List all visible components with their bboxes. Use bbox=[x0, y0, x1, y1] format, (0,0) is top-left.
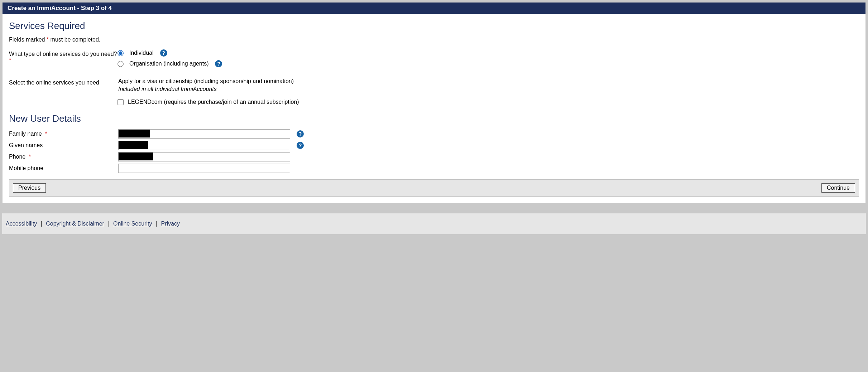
given-names-label: Given names bbox=[9, 142, 118, 149]
previous-button[interactable]: Previous bbox=[13, 183, 46, 193]
legendcom-label: LEGENDcom (requires the purchase/join of… bbox=[128, 99, 299, 105]
mobile-phone-label: Mobile phone bbox=[9, 165, 118, 171]
phone-label: Phone * bbox=[9, 154, 118, 160]
help-icon[interactable]: ? bbox=[160, 49, 167, 57]
continue-button[interactable]: Continue bbox=[821, 183, 855, 193]
visa-service-note: Included in all Individual ImmiAccounts bbox=[118, 86, 859, 92]
footer-link-copyright[interactable]: Copyright & Disclaimer bbox=[46, 221, 104, 227]
button-bar: Previous Continue bbox=[9, 179, 859, 197]
redacted-block bbox=[119, 153, 153, 160]
form-panel: Create an ImmiAccount - Step 3 of 4 Serv… bbox=[2, 2, 866, 203]
footer-link-accessibility[interactable]: Accessibility bbox=[6, 221, 37, 227]
radio-individual-label: Individual bbox=[129, 50, 154, 56]
service-type-label: What type of online services do you need… bbox=[9, 49, 118, 64]
mobile-phone-field[interactable] bbox=[118, 164, 290, 173]
visa-service-text: Apply for a visa or citizenship (includi… bbox=[118, 78, 859, 84]
help-icon[interactable]: ? bbox=[297, 130, 304, 137]
footer-link-security[interactable]: Online Security bbox=[113, 221, 152, 227]
select-services-label: Select the online services you need bbox=[9, 78, 118, 86]
redacted-block bbox=[119, 130, 150, 137]
panel-title: Create an ImmiAccount - Step 3 of 4 bbox=[3, 3, 865, 14]
family-name-label: Family name * bbox=[9, 131, 118, 137]
services-heading: Services Required bbox=[9, 20, 859, 32]
help-icon[interactable]: ? bbox=[297, 142, 304, 149]
required-hint: Fields marked * must be completed. bbox=[9, 37, 859, 43]
radio-organisation-label: Organisation (including agents) bbox=[129, 61, 208, 67]
user-heading: New User Details bbox=[9, 113, 859, 124]
radio-individual[interactable] bbox=[118, 50, 124, 56]
footer-link-privacy[interactable]: Privacy bbox=[161, 221, 180, 227]
help-icon[interactable]: ? bbox=[215, 60, 222, 67]
radio-organisation[interactable] bbox=[118, 61, 124, 67]
footer: Accessibility | Copyright & Disclaimer |… bbox=[2, 213, 866, 234]
redacted-block bbox=[119, 141, 148, 149]
checkbox-legendcom[interactable] bbox=[118, 99, 124, 105]
